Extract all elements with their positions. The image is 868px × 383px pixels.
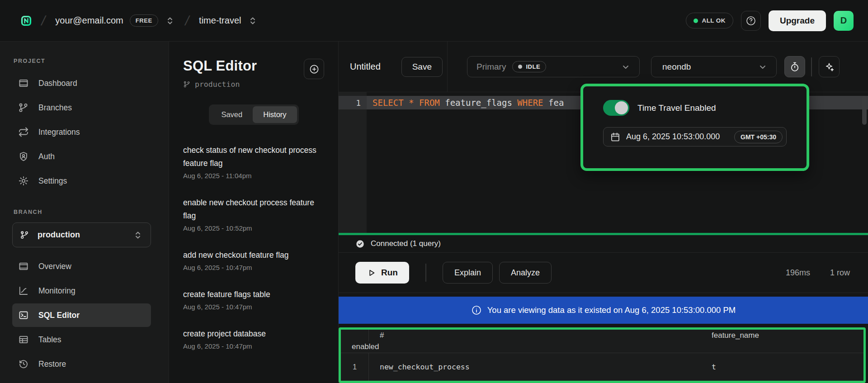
upgrade-button[interactable]: Upgrade (769, 10, 826, 31)
table-row-new-checkout-process[interactable]: 1 new_checkout_process t (341, 353, 863, 381)
help-button[interactable] (741, 11, 761, 31)
avatar[interactable]: D (834, 11, 854, 31)
branch-selector-chevrons-icon (132, 230, 143, 241)
time-travel-toggle[interactable] (603, 100, 629, 116)
question-icon (745, 15, 756, 26)
sidebar: PROJECT Dashboard Branches In (0, 42, 169, 383)
sql-editor-panel: SQL Editor production Saved History che (169, 42, 339, 383)
column-header[interactable]: # (369, 330, 701, 341)
sql-token: SELECT (373, 98, 404, 108)
run-button[interactable]: Run (355, 262, 409, 284)
sql-token: FROM (419, 98, 440, 108)
sidebar-item-integrations[interactable]: Integrations (12, 120, 151, 144)
sparkles-icon (824, 61, 835, 72)
restore-icon (18, 359, 29, 369)
org-email[interactable]: your@email.com (55, 15, 123, 26)
auth-icon (18, 151, 29, 162)
editor-pane: Untitled Save Primary IDLE neondb (339, 42, 868, 383)
history-item-create-feature-flags-table[interactable]: create feature flags table Aug 6, 2025 -… (183, 288, 325, 311)
query-tab: Untitled Save (339, 42, 448, 92)
branch-section-label: BRANCH (14, 209, 169, 215)
git-branch-icon (20, 230, 29, 240)
project-name[interactable]: time-travel (199, 15, 241, 26)
project-section-label: PROJECT (14, 58, 169, 64)
sidebar-item-branches[interactable]: Branches (12, 96, 151, 119)
new-query-button[interactable] (304, 59, 324, 79)
database-selector[interactable]: neondb (651, 56, 777, 77)
compute-status-badge: IDLE (512, 61, 546, 72)
stopwatch-icon (789, 61, 800, 72)
save-button[interactable]: Save (401, 57, 443, 77)
settings-icon (18, 175, 29, 186)
enabled-cell[interactable]: t (701, 353, 863, 381)
integrations-icon (18, 127, 29, 137)
row-number-cell: 1 (341, 353, 369, 381)
time-travel-banner: You are viewing data as it existed on Au… (339, 297, 868, 324)
analyze-button[interactable]: Analyze (499, 262, 552, 284)
sidebar-item-sql-editor[interactable]: SQL Editor (12, 303, 151, 327)
time-travel-button[interactable] (784, 56, 805, 77)
project-switcher-chevrons-icon[interactable] (247, 15, 258, 26)
sql-token: fea (543, 98, 564, 108)
dashboard-icon (18, 78, 29, 89)
neon-logo-icon[interactable] (21, 15, 32, 26)
timezone-badge[interactable]: GMT +05:30 (734, 131, 783, 143)
history-item-add-new-checkout-feature-flag[interactable]: add new checkout feature flag Aug 6, 202… (183, 249, 325, 271)
breadcrumb-separator: / (40, 13, 47, 28)
connection-status-row: Connected (1 query) (339, 235, 868, 253)
time-travel-datetime-field[interactable]: Aug 6, 2025 10:53:00.000 GMT +05:30 (603, 127, 787, 147)
sidebar-item-auth[interactable]: Auth (12, 145, 151, 168)
history-item-check-status-of-new-checkout-process-feature-flag[interactable]: check status of new checkout process fea… (183, 144, 325, 180)
ai-assist-button[interactable] (819, 56, 840, 77)
toolbar-divider (425, 264, 426, 282)
connection-status: Connected (1 query) (371, 239, 441, 248)
calendar-icon (610, 132, 621, 142)
tables-icon (18, 334, 29, 345)
column-header-enabled[interactable]: enabled (341, 341, 369, 353)
sidebar-item-restore[interactable]: Restore (12, 352, 151, 376)
info-icon (471, 305, 482, 316)
feature-name-cell[interactable]: new_checkout_process (369, 353, 701, 381)
query-toolbar: Run Explain Analyze 196ms 1 row (339, 253, 868, 293)
column-header-feature-name[interactable]: feature_name (701, 330, 863, 341)
branch-selector[interactable]: production (12, 222, 151, 247)
time-travel-popup: Time Travel Enabled Aug 6, 2025 10:53:00… (580, 84, 809, 171)
sql-token (404, 98, 409, 108)
sidebar-item-overview[interactable]: Overview (12, 255, 151, 278)
line-number: 1 (339, 96, 367, 109)
sidebar-item-monitoring[interactable]: Monitoring (12, 279, 151, 303)
sidebar-item-tables[interactable]: Tables (12, 328, 151, 351)
editor-scrollbar[interactable] (862, 96, 867, 125)
saved-history-tabs: Saved History (209, 104, 298, 125)
status-dot-icon (693, 19, 698, 23)
system-status-pill[interactable]: ALL OK (686, 13, 733, 28)
sidebar-item-dashboard[interactable]: Dashboard (12, 71, 151, 95)
sql-token: feature_flags (440, 98, 518, 108)
tab-saved[interactable]: Saved (211, 106, 253, 123)
sidebar-item-settings[interactable]: Settings (12, 169, 151, 193)
explain-button[interactable]: Explain (443, 262, 493, 284)
query-tab-title[interactable]: Untitled (350, 61, 381, 72)
line-number-gutter: 1 (339, 92, 367, 233)
sql-token (414, 98, 419, 108)
idle-dot-icon (518, 65, 522, 69)
sqleditor-icon (18, 310, 29, 321)
tab-history[interactable]: History (253, 106, 297, 123)
toggle-knob (615, 101, 628, 114)
neon-console-window: / your@email.com FREE / time-travel ALL … (0, 0, 868, 383)
row-count: 1 row (830, 268, 850, 278)
branch-icon (18, 102, 29, 113)
dashboard-icon (18, 261, 29, 272)
plus-circle-icon (309, 64, 320, 75)
top-bar: / your@email.com FREE / time-travel ALL … (0, 0, 868, 42)
breadcrumb: / your@email.com FREE / time-travel (32, 13, 258, 28)
time-travel-toggle-label: Time Travel Enabled (637, 103, 716, 113)
sql-token: * (409, 98, 414, 108)
check-circle-icon (355, 239, 365, 249)
panel-branch: production (183, 80, 325, 89)
monitoring-icon (18, 285, 29, 296)
org-switcher-chevrons-icon[interactable] (165, 15, 175, 26)
compute-selector[interactable]: Primary IDLE (467, 56, 640, 77)
history-item-enable-new-checkout-process-feature-flag[interactable]: enable new checkout process feature flag… (183, 196, 325, 232)
history-item-create-project-database[interactable]: create project database Aug 6, 2025 - 10… (183, 327, 325, 350)
